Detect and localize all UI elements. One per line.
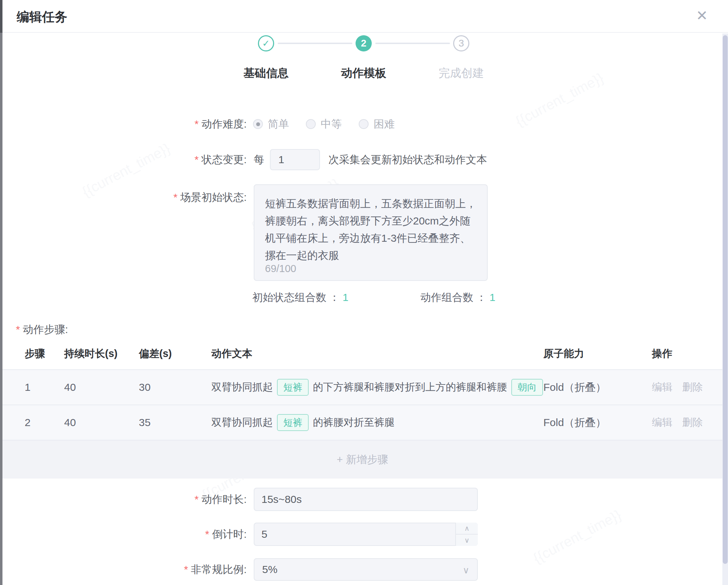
state-change-label: *状态变更: [0, 149, 247, 170]
unusual-ratio-row: *非常规比例: 5% ∨ [0, 558, 728, 581]
radio-icon [253, 119, 263, 129]
initial-state-label: *场景初始状态: [0, 190, 247, 204]
cell-operations: 编辑 删除 [652, 380, 722, 394]
table-header-row: 步骤 持续时长(s) 偏差(s) 动作文本 原子能力 操作 [2, 338, 722, 369]
edit-task-dialog: {{current_time}} {{current_time}} {{curr… [0, 0, 728, 585]
countdown-row: *倒计时: ∧ ∨ [0, 523, 728, 546]
delete-step-link[interactable]: 删除 [682, 380, 703, 394]
initial-state-text: 短裤五条数据背面朝上，五条数据正面朝上，裤腰朝右，离头部视野下方至少20cm之外… [265, 195, 476, 264]
radio-option-medium[interactable]: 中等 [306, 117, 342, 131]
cell-action-text: 双臂协同抓起 短裤 的下方裤腿和裤腰对折到上方的裤腿和裤腰 朝向 [211, 379, 543, 396]
col-header-ability: 原子能力 [543, 347, 652, 361]
radio-label: 中等 [321, 117, 342, 131]
stepper: ✓ 2 3 基础信息 动作模板 完成创建 [258, 35, 470, 85]
table-row: 1 40 30 双臂协同抓起 短裤 的下方裤腿和裤腰对折到上方的裤腿和裤腰 朝向… [2, 369, 722, 405]
radio-label: 简单 [268, 117, 289, 131]
required-asterisk: * [195, 154, 199, 165]
countdown-input[interactable] [254, 523, 478, 546]
cell-step: 2 [25, 417, 64, 429]
required-asterisk: * [16, 324, 20, 335]
scrollbar-track[interactable] [722, 33, 728, 585]
initial-state-textarea[interactable]: 短裤五条数据背面朝上，五条数据正面朝上，裤腰朝右，离头部视野下方至少20cm之外… [254, 184, 488, 281]
radio-icon [306, 119, 316, 129]
cell-ability: Fold（折叠） [543, 415, 652, 430]
col-header-deviation: 偏差(s) [139, 347, 211, 361]
action-steps-table: 步骤 持续时长(s) 偏差(s) 动作文本 原子能力 操作 1 40 30 双臂… [2, 338, 722, 479]
radio-option-easy[interactable]: 简单 [253, 117, 289, 131]
step-number: 2 [361, 38, 366, 49]
char-counter: 69/100 [265, 263, 296, 275]
step-connector [375, 43, 450, 44]
cell-deviation: 35 [139, 417, 211, 429]
action-combo-count: 动作组合数 ：1 [420, 290, 495, 304]
duration-row: *动作时长: [0, 488, 728, 511]
col-header-duration: 持续时长(s) [64, 347, 139, 361]
decrement-button[interactable]: ∨ [456, 535, 478, 546]
check-icon: ✓ [262, 38, 270, 49]
radio-option-hard[interactable]: 困难 [359, 117, 395, 131]
countdown-label: *倒计时: [0, 523, 247, 546]
state-change-row: *状态变更: 每 次采集会更新初始状态和动作文本 [0, 149, 728, 170]
required-asterisk: * [173, 191, 178, 203]
step-2-label: 动作模板 [325, 66, 402, 81]
chevron-up-icon: ∧ [464, 524, 470, 532]
dialog-header: 编辑任务 ✕ [2, 0, 728, 33]
radio-label: 困难 [374, 117, 395, 131]
add-step-button[interactable]: + 新增步骤 [2, 440, 722, 479]
chevron-down-icon: ∨ [463, 559, 469, 581]
item-tag: 短裤 [277, 414, 309, 431]
radio-icon [359, 119, 369, 129]
edit-step-link[interactable]: 编辑 [652, 380, 672, 394]
unusual-ratio-label: *非常规比例: [0, 558, 247, 581]
duration-input[interactable] [254, 488, 478, 511]
table-row: 2 40 35 双臂协同抓起 短裤 的裤腰对折至裤腿 Fold（折叠） 编辑 删… [2, 405, 722, 440]
cell-step: 1 [25, 381, 64, 393]
step-connector [278, 43, 352, 44]
col-header-action-text: 动作文本 [211, 347, 543, 361]
edit-step-link[interactable]: 编辑 [652, 415, 672, 430]
number-stepper: ∧ ∨ [455, 523, 478, 546]
state-change-input[interactable] [270, 149, 320, 170]
cell-duration: 40 [64, 417, 139, 429]
chevron-down-icon: ∨ [464, 536, 470, 544]
required-asterisk: * [195, 493, 199, 505]
difficulty-radio-group: 简单 中等 困难 [253, 116, 412, 132]
close-icon: ✕ [696, 8, 708, 23]
select-value: 5% [262, 564, 277, 575]
cell-ability: Fold（折叠） [543, 380, 652, 395]
unusual-ratio-select[interactable]: 5% ∨ [254, 558, 478, 581]
orientation-tag: 朝向 [511, 379, 543, 396]
required-asterisk: * [184, 564, 188, 575]
difficulty-label: *动作难度: [0, 116, 247, 132]
action-steps-label: *动作步骤: [16, 322, 68, 337]
delete-step-link[interactable]: 删除 [682, 415, 703, 430]
item-tag: 短裤 [277, 379, 309, 396]
required-asterisk: * [195, 118, 199, 130]
step-3-label: 完成创建 [422, 66, 500, 81]
difficulty-row: *动作难度: 简单 中等 困难 [0, 116, 728, 132]
col-header-operations: 操作 [652, 347, 722, 361]
radio-selected-dot [256, 122, 260, 126]
close-button[interactable]: ✕ [693, 7, 710, 24]
scrollbar-thumb[interactable] [723, 35, 728, 564]
required-asterisk: * [205, 528, 209, 540]
step-2-circle: 2 [356, 35, 372, 51]
cell-duration: 40 [64, 381, 139, 393]
state-change-prefix: 每 [254, 153, 264, 167]
dialog-title: 编辑任务 [17, 8, 67, 26]
initial-combo-count: 初始状态组合数 ：1 [252, 290, 348, 304]
cell-action-text: 双臂协同抓起 短裤 的裤腰对折至裤腿 [211, 414, 543, 431]
initial-combo-value: 1 [343, 291, 348, 303]
page-edge [0, 0, 2, 33]
col-header-step: 步骤 [25, 347, 64, 361]
step-1-circle: ✓ [258, 35, 274, 51]
cell-deviation: 30 [139, 381, 211, 393]
increment-button[interactable]: ∧ [456, 523, 478, 535]
duration-label: *动作时长: [0, 488, 247, 511]
step-number: 3 [458, 38, 464, 49]
state-change-suffix: 次采集会更新初始状态和动作文本 [328, 153, 487, 167]
step-1-label: 基础信息 [227, 66, 305, 81]
step-3-circle: 3 [453, 35, 469, 51]
state-change-content: 每 次采集会更新初始状态和动作文本 [254, 149, 487, 170]
action-combo-value: 1 [489, 291, 495, 303]
